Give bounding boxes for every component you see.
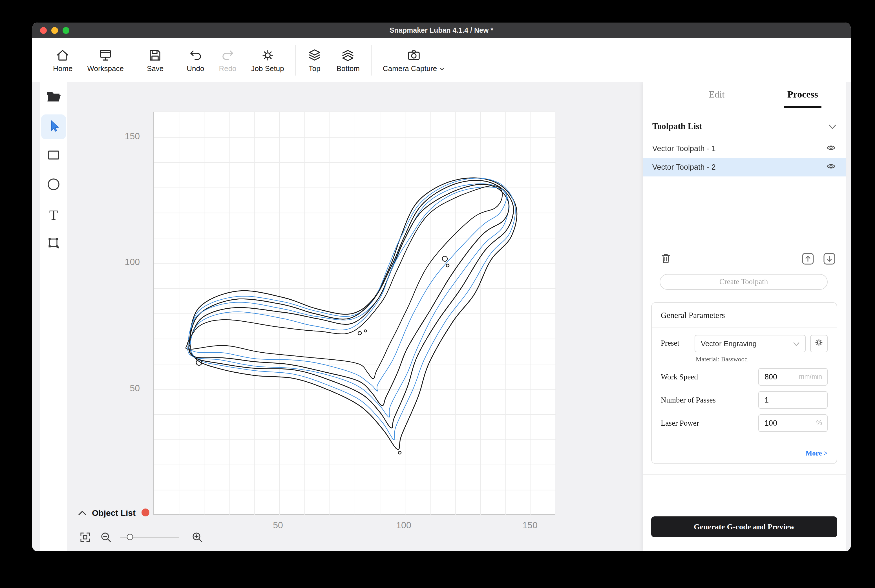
generate-gcode-button[interactable]: Generate G-code and Preview — [651, 516, 837, 537]
contour-dot[interactable] — [364, 330, 366, 332]
ellipse-icon — [46, 177, 61, 194]
material-text: Material: Basswood — [652, 352, 837, 363]
object-list-label: Object List — [92, 508, 136, 517]
text-tool-button[interactable]: T — [41, 202, 66, 227]
x-tick: 50 — [261, 520, 295, 531]
contour-dot[interactable] — [446, 264, 449, 267]
caret-down-icon — [439, 67, 445, 70]
content-area: T 150 100 50 50 100 150 Object L — [32, 82, 851, 551]
preset-label: Preset — [661, 339, 695, 348]
camera-icon — [407, 47, 421, 63]
layers-top-icon — [307, 47, 322, 63]
top-button[interactable]: Top — [300, 47, 329, 73]
more-link[interactable]: More > — [806, 449, 828, 458]
contour-path[interactable] — [189, 187, 507, 391]
move-down-button[interactable] — [822, 252, 836, 265]
titlebar[interactable]: Snapmaker Luban 4.1.4 / New * — [32, 22, 851, 38]
object-list-toggle[interactable]: Object List — [78, 507, 149, 518]
window-title: Snapmaker Luban 4.1.4 / New * — [32, 27, 851, 34]
transform-tool-button[interactable] — [41, 232, 66, 256]
tab-process[interactable]: Process — [760, 82, 846, 108]
preset-settings-button[interactable] — [810, 334, 828, 352]
home-label: Home — [53, 64, 72, 73]
contour-path[interactable] — [189, 180, 513, 428]
work-speed-label: Work Speed — [661, 372, 758, 381]
preset-select[interactable]: Vector Engraving — [695, 334, 806, 352]
delete-toolpath-button[interactable] — [660, 253, 671, 264]
contour-path[interactable] — [190, 178, 516, 440]
passes-input[interactable] — [759, 392, 827, 408]
open-file-button[interactable] — [41, 85, 66, 110]
minimize-button[interactable] — [51, 27, 58, 34]
create-toolpath-button[interactable]: Create Toolpath — [660, 274, 828, 290]
chevron-up-icon — [78, 507, 86, 518]
workspace-icon — [98, 47, 113, 63]
toolbar-group-nav: Home Workspace — [46, 47, 131, 73]
contour-dot[interactable] — [358, 332, 362, 335]
select-tool-button[interactable] — [41, 114, 66, 139]
undo-button[interactable]: Undo — [179, 47, 212, 73]
zoom-out-button[interactable] — [99, 531, 113, 544]
fullscreen-button[interactable] — [63, 27, 69, 34]
workspace-label: Workspace — [87, 64, 124, 73]
close-button[interactable] — [40, 27, 47, 34]
camera-capture-label: Camera Capture — [383, 64, 437, 73]
canvas[interactable] — [154, 112, 556, 515]
toolbar-group-edit: Undo Redo Job Setup — [179, 47, 291, 73]
toolpath-list-header[interactable]: Toolpath List — [643, 114, 846, 139]
toolbar-divider — [135, 45, 136, 75]
gear-icon — [814, 338, 824, 349]
zoom-slider[interactable] — [120, 531, 179, 544]
rectangle-icon — [46, 148, 61, 165]
ellipse-tool-button[interactable] — [41, 173, 66, 198]
toolbar-group-layers: Top Bottom — [300, 47, 367, 73]
toolpath-list-title: Toolpath List — [652, 121, 702, 131]
chevron-down-icon — [793, 339, 800, 348]
right-panel: Edit Process Toolpath List Vector Toolpa… — [643, 82, 846, 551]
app-window: Snapmaker Luban 4.1.4 / New * Home Works… — [32, 22, 851, 551]
toolpath-item-2-label: Vector Toolpath - 2 — [652, 163, 716, 171]
passes-label: Number of Passes — [661, 396, 758, 405]
zoom-in-button[interactable] — [191, 531, 204, 544]
fit-view-button[interactable] — [78, 531, 92, 544]
toolpath-item-1[interactable]: Vector Toolpath - 1 — [643, 139, 846, 158]
toolpath-item-2[interactable]: Vector Toolpath - 2 — [643, 158, 846, 177]
contour-dot[interactable] — [398, 451, 401, 454]
zoom-slider-knob[interactable] — [127, 534, 133, 540]
contour-dot[interactable] — [442, 256, 447, 261]
toolbar-divider — [371, 45, 372, 75]
object-list-badge — [141, 508, 149, 516]
work-speed-unit: mm/min — [799, 369, 822, 385]
work-speed-field-wrap: mm/min — [758, 368, 828, 386]
redo-icon — [220, 47, 235, 63]
move-up-button[interactable] — [801, 252, 815, 265]
open-folder-icon — [46, 89, 62, 106]
job-setup-label: Job Setup — [251, 64, 284, 73]
toolpath-list: Vector Toolpath - 1 Vector Toolpath - 2 — [643, 139, 846, 246]
laser-power-unit: % — [816, 415, 822, 431]
x-tick: 100 — [387, 520, 420, 531]
visibility-eye-icon[interactable] — [826, 161, 836, 173]
toolbar-group-camera: Camera Capture — [375, 47, 452, 73]
contour-path[interactable] — [188, 184, 509, 417]
home-button[interactable]: Home — [46, 47, 80, 73]
redo-button[interactable]: Redo — [212, 47, 243, 73]
save-icon — [148, 47, 163, 63]
tab-edit[interactable]: Edit — [674, 82, 760, 108]
bottom-button[interactable]: Bottom — [329, 47, 367, 73]
save-button[interactable]: Save — [140, 47, 171, 73]
text-tool-icon: T — [50, 208, 58, 222]
tab-active-underline — [784, 106, 821, 108]
screen: Snapmaker Luban 4.1.4 / New * Home Works… — [0, 0, 875, 588]
rectangle-tool-button[interactable] — [41, 144, 66, 169]
workspace-button[interactable]: Workspace — [80, 47, 131, 73]
camera-capture-button[interactable]: Camera Capture — [375, 47, 452, 73]
zoom-controls — [78, 531, 212, 544]
toolbar: Home Workspace Save — [32, 38, 851, 82]
x-tick: 150 — [513, 520, 547, 531]
traffic-lights — [40, 22, 69, 38]
visibility-eye-icon[interactable] — [826, 142, 836, 154]
job-setup-button[interactable]: Job Setup — [244, 47, 291, 73]
general-parameters-title: General Parameters — [652, 303, 837, 327]
chevron-down-icon[interactable] — [829, 121, 836, 131]
